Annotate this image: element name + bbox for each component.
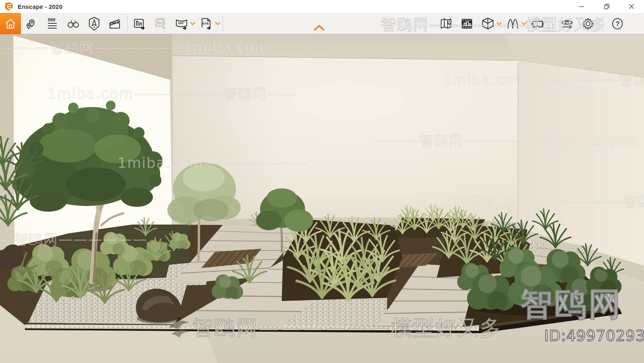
close-icon	[629, 4, 634, 9]
help-button[interactable]: ?	[607, 13, 628, 34]
scene	[0, 34, 644, 363]
walk-mode-button[interactable]	[84, 13, 105, 34]
view-management-button[interactable]	[21, 13, 42, 34]
asset-library-icon	[459, 16, 475, 31]
visual-settings-button[interactable]	[557, 13, 578, 34]
svg-text:?: ?	[616, 20, 620, 27]
svg-text:BIM: BIM	[48, 18, 55, 22]
gear-icon	[580, 16, 596, 31]
export-exe-button[interactable]: EXE	[196, 13, 217, 34]
toolbar-separator	[223, 16, 223, 32]
enscape-window: Enscape - 2020	[0, 0, 644, 363]
restore-button[interactable]	[594, 0, 619, 13]
minimize-button[interactable]	[569, 0, 594, 13]
batch-export-button[interactable]	[150, 13, 171, 34]
titlebar: Enscape - 2020	[0, 0, 644, 13]
toolbar-collapse-button[interactable]	[313, 24, 325, 32]
batch-export-icon	[153, 16, 168, 31]
svg-text:EXE: EXE	[202, 22, 209, 25]
geometry-export-button[interactable]	[477, 13, 498, 34]
asset-library-button[interactable]	[456, 13, 477, 34]
panorama-icon: 360°	[174, 16, 189, 31]
help-icon: ?	[610, 16, 625, 31]
material-editor-button[interactable]	[502, 13, 523, 34]
home-icon	[4, 18, 17, 30]
restore-icon	[604, 4, 610, 10]
window-title: Enscape - 2020	[18, 3, 62, 10]
mini-map-button[interactable]	[436, 13, 456, 34]
general-settings-button[interactable]	[578, 13, 599, 34]
chevron-up-icon	[313, 24, 325, 31]
view-pins-icon	[24, 16, 39, 31]
minimize-icon	[579, 4, 584, 9]
material-icon	[505, 16, 520, 31]
bim-mode-button[interactable]: BIM	[42, 13, 63, 34]
render-viewport[interactable]: ————智鸥网——————1miba.com 1miba.com——————智鸥…	[0, 34, 644, 363]
cube-icon	[480, 16, 495, 31]
export-screenshot-button[interactable]	[129, 13, 150, 34]
enscape-logo-icon	[4, 2, 14, 11]
home-button[interactable]	[0, 13, 21, 34]
clapperboard-icon	[107, 16, 123, 31]
visual-settings-icon	[559, 16, 575, 31]
export-image-icon	[132, 16, 147, 31]
map-icon	[438, 16, 454, 31]
toolbar-separator	[603, 16, 603, 32]
toolbar-separator	[552, 16, 553, 32]
export-panorama-button[interactable]: 360°	[171, 13, 192, 34]
bim-icon: BIM	[45, 16, 60, 31]
view-finder-button[interactable]	[63, 13, 84, 34]
exe-file-icon: EXE	[199, 16, 214, 31]
svg-text:360°: 360°	[178, 21, 185, 25]
toolbar-separator	[127, 16, 128, 32]
virtual-reality-button[interactable]	[527, 13, 548, 34]
close-button[interactable]	[619, 0, 644, 13]
binoculars-icon	[66, 16, 81, 31]
video-editor-button[interactable]	[105, 13, 126, 34]
vr-headset-icon	[530, 16, 545, 31]
walk-navigation-icon	[87, 16, 102, 31]
